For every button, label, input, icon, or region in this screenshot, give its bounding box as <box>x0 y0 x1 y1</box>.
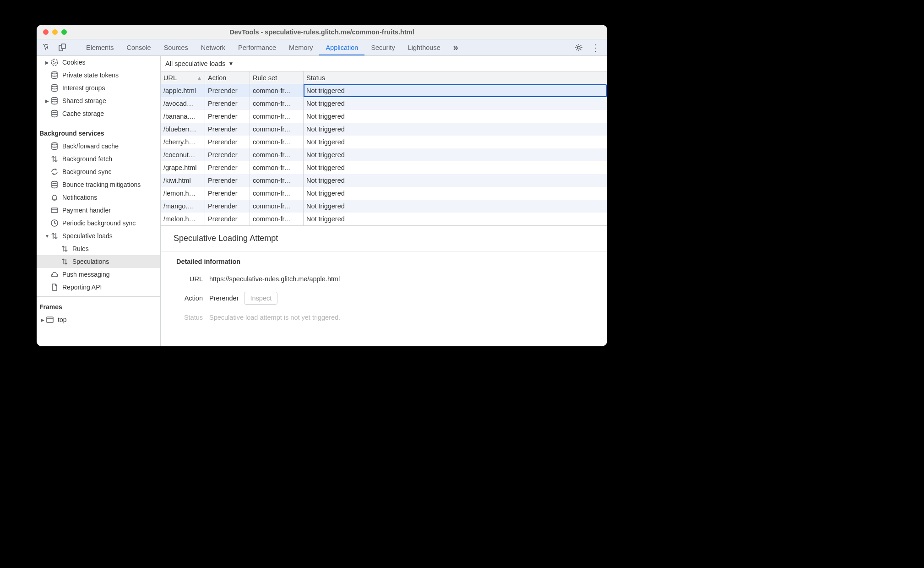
sidebar-item[interactable]: Background fetch <box>37 153 160 165</box>
sidebar-item-label: Cache storage <box>62 110 104 117</box>
table-row[interactable]: /cherry.h… Prerender common-fr… Not trig… <box>161 136 607 148</box>
table-header-row: URL ▲ Action Rule set Status <box>161 71 607 84</box>
cookie-icon <box>50 58 59 66</box>
sidebar-item[interactable]: Payment handler <box>37 204 160 217</box>
detail-pane: Speculative Loading Attempt Detailed inf… <box>161 226 607 346</box>
more-tabs-icon[interactable]: » <box>447 39 465 55</box>
cell-status: Not triggered <box>304 200 607 213</box>
sidebar-item-label: top <box>58 316 66 323</box>
cell-action: Prerender <box>205 97 250 110</box>
sidebar-item[interactable]: Speculations <box>37 255 160 268</box>
sidebar-item[interactable]: Private state tokens <box>37 69 160 82</box>
cell-url: /lemon.h… <box>161 187 205 200</box>
db-icon <box>50 71 59 79</box>
chevron-icon: ▼ <box>45 234 49 239</box>
cell-status: Not triggered <box>304 187 607 200</box>
tab-security[interactable]: Security <box>364 39 401 55</box>
cell-status: Not triggered <box>304 148 607 161</box>
zoom-window-button[interactable] <box>61 29 67 35</box>
col-header-status[interactable]: Status <box>304 71 607 84</box>
sidebar-item-label: Speculative loads <box>62 232 113 240</box>
bell-icon <box>50 193 59 202</box>
table-row[interactable]: /lemon.h… Prerender common-fr… Not trigg… <box>161 187 607 200</box>
tab-performance[interactable]: Performance <box>232 39 283 55</box>
sidebar-item-label: Interest groups <box>62 84 105 92</box>
cell-url: /kiwi.html <box>161 174 205 187</box>
table-row[interactable]: /mango.… Prerender common-fr… Not trigge… <box>161 200 607 213</box>
sidebar-item-frames-top[interactable]: ▶ top <box>37 313 160 326</box>
sidebar-item-label: Speculations <box>72 258 109 265</box>
updown-icon <box>50 232 59 240</box>
clock-icon <box>50 219 59 227</box>
sidebar-item[interactable]: Periodic background sync <box>37 217 160 229</box>
table-row[interactable]: /kiwi.html Prerender common-fr… Not trig… <box>161 174 607 187</box>
cell-url: /blueberr… <box>161 123 205 136</box>
cell-ruleset: common-fr… <box>250 161 304 174</box>
cell-status: Not triggered <box>304 110 607 123</box>
table-row[interactable]: /banana.… Prerender common-fr… Not trigg… <box>161 110 607 123</box>
detail-action-label: Action <box>174 295 203 302</box>
device-toggle-icon[interactable] <box>58 43 67 52</box>
cell-status: Not triggered <box>304 174 607 187</box>
sidebar-item[interactable]: Background sync <box>37 165 160 178</box>
tab-memory[interactable]: Memory <box>283 39 319 55</box>
col-header-url[interactable]: URL ▲ <box>161 71 205 84</box>
speculations-table: URL ▲ Action Rule set Status /apple.html… <box>161 71 607 226</box>
sidebar-item[interactable]: Reporting API <box>37 281 160 294</box>
sidebar-item-label: Bounce tracking mitigations <box>62 181 141 188</box>
tab-application[interactable]: Application <box>319 39 364 55</box>
sidebar-item[interactable]: ▶ Shared storage <box>37 94 160 107</box>
sidebar-item[interactable]: Rules <box>37 242 160 255</box>
inspect-button[interactable]: Inspect <box>244 292 277 305</box>
tab-lighthouse[interactable]: Lighthouse <box>402 39 447 55</box>
settings-icon[interactable] <box>574 43 583 52</box>
frame-icon <box>46 316 54 324</box>
sidebar-item[interactable]: Push messaging <box>37 268 160 281</box>
tab-elements[interactable]: Elements <box>80 39 120 55</box>
sidebar-item-label: Cookies <box>62 59 86 66</box>
table-row[interactable]: /grape.html Prerender common-fr… Not tri… <box>161 161 607 174</box>
panel-tabs: Elements Console Sources Network Perform… <box>80 39 465 55</box>
sidebar-item-label: Background sync <box>62 168 111 175</box>
sidebar-item[interactable]: Bounce tracking mitigations <box>37 178 160 191</box>
sidebar-item-label: Notifications <box>62 194 97 201</box>
filter-dropdown[interactable]: All speculative loads ▼ <box>161 56 607 71</box>
sidebar-item[interactable]: Cache storage <box>37 107 160 120</box>
detail-url-label: URL <box>174 275 203 283</box>
close-window-button[interactable] <box>43 29 49 35</box>
cell-status: Not triggered <box>304 161 607 174</box>
cell-action: Prerender <box>205 174 250 187</box>
table-row[interactable]: /avocad… Prerender common-fr… Not trigge… <box>161 97 607 110</box>
table-row[interactable]: /coconut… Prerender common-fr… Not trigg… <box>161 148 607 161</box>
main-panel: All speculative loads ▼ URL ▲ Action Rul… <box>161 56 607 346</box>
tab-console[interactable]: Console <box>120 39 157 55</box>
kebab-menu-icon[interactable]: ⋮ <box>591 43 600 52</box>
col-header-action[interactable]: Action <box>205 71 250 84</box>
window-title: DevTools - speculative-rules.glitch.me/c… <box>229 28 414 36</box>
sidebar-item[interactable]: Back/forward cache <box>37 140 160 153</box>
page-icon <box>50 283 59 291</box>
minimize-window-button[interactable] <box>52 29 58 35</box>
sync-icon <box>50 168 59 176</box>
sidebar-item-label: Push messaging <box>62 271 110 278</box>
sidebar-header-background-services: Background services <box>37 126 160 140</box>
inspect-element-icon[interactable] <box>42 43 51 52</box>
sidebar-item[interactable]: ▼ Speculative loads <box>37 229 160 242</box>
sidebar-item[interactable]: Notifications <box>37 191 160 204</box>
col-header-ruleset[interactable]: Rule set <box>250 71 304 84</box>
chevron-right-icon: ▶ <box>40 317 45 322</box>
cell-ruleset: common-fr… <box>250 97 304 110</box>
sort-asc-icon: ▲ <box>197 75 202 81</box>
sidebar-item[interactable]: Interest groups <box>37 82 160 94</box>
application-sidebar: ▶ Cookies Private state tokens Interest … <box>37 56 161 346</box>
sidebar-item[interactable]: ▶ Cookies <box>37 56 160 69</box>
table-row[interactable]: /apple.html Prerender common-fr… Not tri… <box>161 84 607 97</box>
sidebar-item-label: Background fetch <box>62 155 112 163</box>
tab-network[interactable]: Network <box>195 39 232 55</box>
table-row[interactable]: /blueberr… Prerender common-fr… Not trig… <box>161 123 607 136</box>
table-row[interactable]: /melon.h… Prerender common-fr… Not trigg… <box>161 213 607 225</box>
devtools-window: DevTools - speculative-rules.glitch.me/c… <box>37 25 607 346</box>
cell-action: Prerender <box>205 148 250 161</box>
tab-sources[interactable]: Sources <box>158 39 195 55</box>
cell-url: /banana.… <box>161 110 205 123</box>
